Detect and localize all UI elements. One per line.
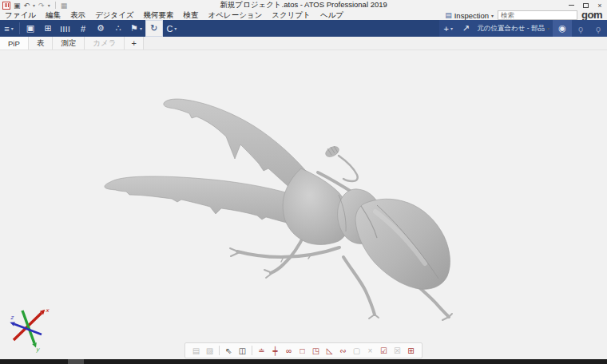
minimize-icon — [569, 5, 574, 6]
refresh-button[interactable]: C ▾ — [163, 20, 181, 37]
workspace-selector[interactable]: ▤ Inspection ▾ — [445, 11, 494, 20]
axis-y-label: y — [36, 346, 40, 353]
menu-row: ファイル 編集 表示 デジタイズ 幾何要素 検査 オペレーション スクリプト ヘ… — [0, 10, 607, 20]
menu-help[interactable]: ヘルプ — [315, 10, 348, 20]
hamburger-icon: ≡ — [4, 24, 9, 34]
lamp-1-icon[interactable]: ϙ — [572, 24, 589, 34]
menu-edit[interactable]: 編集 — [41, 10, 65, 20]
axis-z-label: z — [10, 315, 14, 321]
report-icon[interactable]: ▦ — [61, 2, 68, 10]
chevron-down-icon: ▾ — [491, 13, 494, 18]
main-menu-button[interactable]: ≡ ▾ — [0, 20, 18, 37]
beetle-elytra — [355, 199, 450, 289]
split-view-button[interactable]: ◫ — [236, 344, 249, 357]
rectangle-select-button[interactable]: □ — [296, 344, 309, 357]
atos-app-icon[interactable] — [2, 2, 10, 10]
alignment-selector[interactable]: 元の位置合わせ - 部品 — [474, 24, 547, 34]
redo-icon[interactable]: ↷ — [38, 2, 45, 10]
taskbar-segment — [68, 359, 84, 364]
tab-measurement[interactable]: 測定 — [53, 37, 85, 49]
restore-icon — [583, 3, 589, 8]
point-cross-button[interactable]: ┿ — [268, 344, 282, 357]
menu-row-right: ▤ Inspection ▾ ∨ gom — [445, 10, 607, 20]
rectangle-corner-button[interactable]: ◳ — [309, 344, 323, 357]
quick-access-toolbar: ▣ ↶ ▾ ↷ ▾ ▦ — [0, 0, 67, 10]
main-toolbar: ≡ ▾ ▣ ⊞ |||| # ⚙ ∴ ⚑ ▾ ↻ C ▾ + ▾ ↗ 元の位置合… — [0, 20, 607, 37]
menu-file[interactable]: ファイル — [0, 10, 41, 20]
menu-scripting[interactable]: スクリプト — [267, 10, 315, 20]
annotation-button[interactable]: ▤ — [189, 344, 203, 357]
menu-geometry[interactable]: 幾何要素 — [139, 10, 179, 20]
camera-view-button[interactable]: ◉ — [553, 20, 572, 37]
beetle-model[interactable] — [0, 50, 607, 359]
hatch-button[interactable]: ▨ — [203, 344, 216, 357]
axes-triad: x y z — [10, 303, 59, 353]
tab-camera: カメラ — [85, 37, 125, 49]
new-window-icon[interactable]: ▣ — [14, 2, 21, 10]
chevron-down-icon: ▾ — [140, 26, 142, 31]
menu-view[interactable]: 表示 — [65, 10, 90, 20]
refresh-icon: C — [166, 24, 173, 34]
triangle-select-button[interactable]: ◺ — [323, 344, 336, 357]
search-input[interactable] — [498, 11, 592, 19]
window-title: 新規プロジェクト.atos - ATOS Professional 2019 — [0, 0, 607, 10]
collapse-button[interactable]: × — [363, 344, 377, 357]
workspace-icon: ▤ — [445, 11, 452, 19]
frame-button[interactable]: ▢ — [350, 344, 363, 357]
points-button[interactable]: ∴ — [109, 20, 127, 37]
flag-button[interactable]: ⚑ ▾ — [127, 20, 145, 37]
toolbar-right-group: + ▾ ↗ 元の位置合わせ - 部品 ▾ ◉ ϙ ϙ — [439, 20, 607, 37]
chevron-down-icon: ▾ — [174, 26, 177, 31]
menu-digitize[interactable]: デジタイズ — [90, 10, 139, 20]
divider — [219, 346, 220, 355]
menu-bar: ファイル 編集 表示 デジタイズ 幾何要素 検査 オペレーション スクリプト ヘ… — [0, 10, 348, 20]
transform-button[interactable]: ↗ — [457, 20, 474, 37]
divider — [252, 346, 252, 355]
undo-icon[interactable]: ↶ — [24, 2, 30, 10]
scale-bars-button[interactable]: |||| — [57, 20, 74, 37]
chevron-down-icon: ▾ — [450, 26, 453, 31]
view-tab-bar: PiP 表 測定 カメラ + — [0, 37, 607, 50]
gom-logo: gom — [581, 10, 604, 20]
menu-inspection[interactable]: 検査 — [179, 10, 204, 20]
settings-button[interactable]: ⚙ — [92, 20, 109, 37]
menu-operations[interactable]: オペレーション — [204, 10, 268, 20]
chain-select-button[interactable]: ∾ — [336, 344, 350, 357]
add-window-button[interactable]: ⊞ — [39, 20, 57, 37]
plus-icon: + — [444, 24, 449, 34]
search-box: ∨ — [498, 10, 577, 20]
flag-icon: ⚑ — [130, 23, 138, 34]
close-button[interactable]: × — [593, 0, 607, 10]
beetle-lower-mandible — [105, 176, 292, 224]
check-select-button[interactable]: ☑ — [377, 344, 391, 357]
undo-caret-icon[interactable]: ▾ — [33, 2, 35, 8]
divider — [55, 2, 56, 9]
window-controls: × — [564, 0, 607, 10]
tab-pip[interactable]: PiP — [0, 37, 29, 49]
chevron-down-icon[interactable]: ▾ — [547, 26, 549, 31]
sync-button[interactable]: ↻ — [145, 20, 163, 37]
workspace-label: Inspection — [454, 11, 489, 20]
grid-add-button[interactable]: ⊞ — [404, 344, 418, 357]
taskbar-strip — [0, 359, 607, 364]
restore-button[interactable] — [578, 0, 593, 10]
lamp-2-icon[interactable]: ϙ — [589, 24, 607, 34]
point-normal-button[interactable]: ≐ — [255, 344, 268, 357]
add-element-button[interactable]: + ▾ — [439, 20, 457, 37]
crop-button[interactable]: # — [74, 20, 92, 37]
link-points-button[interactable]: ∞ — [282, 344, 296, 357]
minimize-button[interactable] — [564, 0, 578, 10]
viewport-3d[interactable]: x y z ▤ ▨ ⇖ ◫ ≐ ┿ ∞ □ ◳ ◺ ∾ ▢ × ☑ ☒ ⊞ — [0, 50, 607, 359]
pip-window-button[interactable]: ▣ — [22, 20, 39, 37]
select-arrow-button[interactable]: ⇖ — [222, 344, 236, 357]
tab-table[interactable]: 表 — [29, 37, 54, 49]
add-tab-button[interactable]: + — [125, 37, 143, 49]
redo-caret-icon[interactable]: ▾ — [48, 2, 50, 8]
box-deselect-button[interactable]: ☒ — [391, 344, 404, 357]
chevron-down-icon: ▾ — [11, 26, 14, 31]
atos-window: ▣ ↶ ▾ ↷ ▾ ▦ 新規プロジェクト.atos - ATOS Profess… — [0, 0, 607, 364]
axis-x-label: x — [46, 307, 50, 314]
selection-toolbar: ▤ ▨ ⇖ ◫ ≐ ┿ ∞ □ ◳ ◺ ∾ ▢ × ☑ ☒ ⊞ — [184, 342, 423, 358]
divider — [19, 22, 20, 34]
titlebar: ▣ ↶ ▾ ↷ ▾ ▦ 新規プロジェクト.atos - ATOS Profess… — [0, 0, 607, 10]
